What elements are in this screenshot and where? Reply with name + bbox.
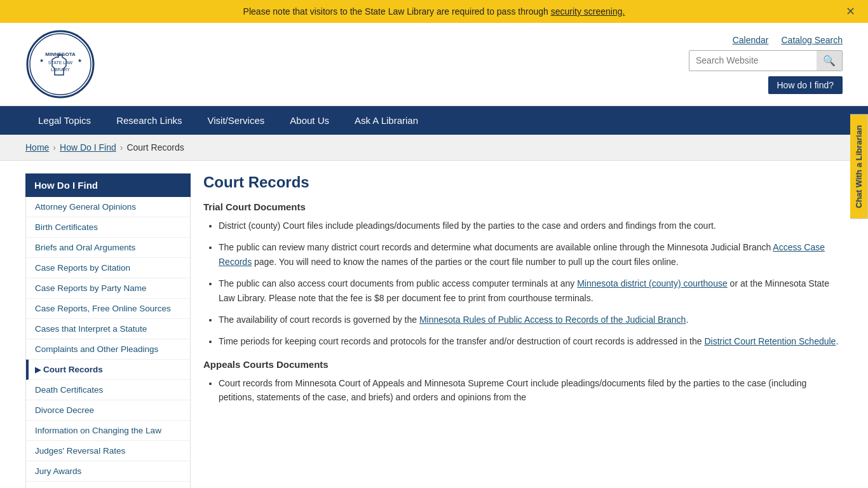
list-item: District (county) Court files include pl… (219, 219, 843, 233)
retention-schedule-link[interactable]: District Court Retention Schedule (704, 336, 836, 346)
sidebar-nav: Attorney General Opinions Birth Certific… (25, 197, 191, 488)
chat-widget[interactable]: Chat With a Librarian (850, 114, 868, 219)
section1-title: Trial Court Documents (203, 201, 843, 212)
section2-title: Appeals Courts Documents (203, 359, 843, 370)
nav-visit-services[interactable]: Visit/Services (195, 106, 278, 135)
sidebar-item-reversal-rates[interactable]: Judges' Reversal Rates (26, 441, 190, 461)
list-item: Time periods for keeping court records a… (219, 334, 843, 348)
search-bar: 🔍 (689, 50, 843, 71)
mn-rules-link[interactable]: Minnesota Rules of Public Access to Reco… (419, 315, 686, 325)
header-right: Calendar Catalog Search 🔍 How do I find? (689, 35, 843, 94)
sidebar-item-case-reports-party[interactable]: Case Reports by Party Name (26, 278, 190, 299)
content-area: How Do I Find Attorney General Opinions … (0, 161, 868, 488)
list-item: The public can review many district cour… (219, 240, 843, 269)
sidebar-item-briefs[interactable]: Briefs and Oral Arguments (26, 238, 190, 258)
list-item: The availability of court records is gov… (219, 313, 843, 327)
sidebar-item-case-reports-citation[interactable]: Case Reports by Citation (26, 258, 190, 278)
svg-text:★: ★ (78, 58, 82, 64)
breadcrumb-sep-2: › (120, 142, 123, 152)
logo-area: MINNESOTA STATE LAW LIBRARY ★ ★ (25, 29, 95, 99)
sidebar-item-changing-law[interactable]: Information on Changing the Law (26, 421, 190, 441)
breadcrumb: Home › How Do I Find › Court Records (0, 135, 868, 161)
banner-link[interactable]: security screening. (551, 6, 625, 17)
trial-court-list: District (county) Court files include pl… (203, 219, 843, 349)
nav-legal-topics[interactable]: Legal Topics (25, 106, 104, 135)
catalog-search-link[interactable]: Catalog Search (781, 35, 843, 45)
sidebar-item-complaints[interactable]: Complaints and Other Pleadings (26, 339, 190, 360)
sidebar-item-court-records[interactable]: ▶ Court Records (26, 360, 190, 380)
sidebar-item-attorney-general[interactable]: Attorney General Opinions (26, 197, 190, 217)
mn-courthouse-link[interactable]: Minnesota district (county) courthouse (577, 278, 728, 288)
banner-text: Please note that visitors to the State L… (243, 6, 551, 17)
sidebar-item-jury-instructions[interactable]: Jury Instructions (26, 482, 190, 488)
header-links: Calendar Catalog Search (733, 35, 843, 45)
list-item: The public can also access court documen… (219, 276, 843, 305)
search-button[interactable]: 🔍 (817, 51, 842, 71)
sidebar-item-divorce-decree[interactable]: Divorce Decree (26, 400, 190, 421)
active-arrow-icon: ▶ (35, 365, 41, 374)
main-navigation: Legal Topics Research Links Visit/Servic… (0, 106, 868, 135)
svg-text:★: ★ (39, 58, 44, 64)
site-header: MINNESOTA STATE LAW LIBRARY ★ ★ Calendar… (0, 23, 868, 106)
sidebar-item-case-reports-free[interactable]: Case Reports, Free Online Sources (26, 299, 190, 319)
breadcrumb-sep-1: › (53, 142, 56, 152)
breadcrumb-how-do-i-find[interactable]: How Do I Find (60, 142, 116, 152)
nav-about-us[interactable]: About Us (277, 106, 342, 135)
search-input[interactable] (689, 51, 817, 69)
announcement-banner: Please note that visitors to the State L… (0, 0, 868, 23)
banner-close-button[interactable]: ✕ (846, 4, 855, 18)
appeals-court-list: Court records from Minnesota Court of Ap… (203, 376, 843, 405)
page-title: Court Records (203, 173, 843, 191)
sidebar-item-birth-certificates[interactable]: Birth Certificates (26, 217, 190, 238)
sidebar-item-jury-awards[interactable]: Jury Awards (26, 461, 190, 482)
main-content: Court Records Trial Court Documents Dist… (203, 173, 843, 488)
site-logo: MINNESOTA STATE LAW LIBRARY ★ ★ (25, 29, 95, 99)
breadcrumb-home[interactable]: Home (25, 142, 49, 152)
sidebar-item-death-certificates[interactable]: Death Certificates (26, 380, 190, 400)
breadcrumb-current: Court Records (126, 142, 184, 152)
sidebar-header: How Do I Find (25, 173, 191, 197)
nav-research-links[interactable]: Research Links (104, 106, 194, 135)
sidebar-item-cases-statute[interactable]: Cases that Interpret a Statute (26, 319, 190, 339)
list-item: Court records from Minnesota Court of Ap… (219, 376, 843, 405)
sidebar: How Do I Find Attorney General Opinions … (25, 173, 191, 488)
how-do-i-find-button[interactable]: How do I find? (768, 76, 843, 94)
calendar-link[interactable]: Calendar (733, 35, 769, 45)
nav-ask-librarian[interactable]: Ask A Librarian (342, 106, 431, 135)
